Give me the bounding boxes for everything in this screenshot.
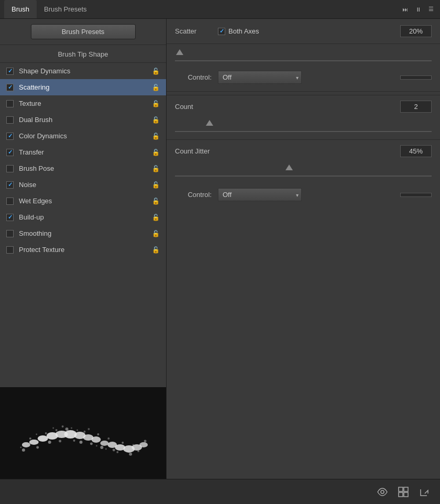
sidebar-items: Shape Dynamics 🔓 Scattering 🔓 Texture 🔓 bbox=[0, 63, 166, 387]
control2-select-wrapper: Off Fade Pen Pressure Pen Tilt Stylus Wh… bbox=[218, 188, 302, 201]
svg-point-29 bbox=[100, 446, 103, 449]
lock-icon-color-dynamics: 🔓 bbox=[152, 133, 160, 140]
label-scattering: Scattering bbox=[19, 83, 152, 91]
checkbox-noise[interactable] bbox=[6, 181, 14, 189]
right-panel: Scatter Both Axes 20% Control: bbox=[167, 19, 440, 479]
fast-forward-icon[interactable]: ⏭ bbox=[400, 5, 410, 14]
checkbox-texture[interactable] bbox=[6, 100, 14, 107]
svg-point-41 bbox=[76, 430, 78, 431]
control1-select[interactable]: Off Fade Pen Pressure Pen Tilt Stylus Wh… bbox=[218, 71, 302, 84]
control1-label: Control: bbox=[175, 73, 212, 81]
checkbox-scattering[interactable] bbox=[6, 84, 14, 91]
svg-point-37 bbox=[36, 433, 37, 435]
control1-row: Control: Off Fade Pen Pressure Pen Tilt … bbox=[167, 67, 440, 88]
sidebar-item-dual-brush[interactable]: Dual Brush 🔓 bbox=[0, 112, 166, 128]
brush-presets-button[interactable]: Brush Presets bbox=[31, 24, 136, 39]
svg-point-31 bbox=[113, 448, 115, 451]
svg-point-25 bbox=[80, 441, 83, 444]
svg-point-18 bbox=[36, 446, 39, 448]
checkbox-color-dynamics[interactable] bbox=[6, 133, 14, 140]
svg-point-39 bbox=[62, 425, 64, 428]
label-brush-pose: Brush Pose bbox=[19, 165, 152, 172]
svg-point-1 bbox=[22, 442, 30, 447]
scatter-slider-track[interactable] bbox=[175, 60, 432, 61]
scatter-label: Scatter bbox=[175, 27, 212, 35]
count-value[interactable]: 2 bbox=[400, 101, 432, 113]
pause-icon[interactable]: ⏸ bbox=[413, 5, 423, 14]
checkbox-buildup[interactable] bbox=[6, 214, 14, 221]
svg-point-21 bbox=[56, 429, 58, 431]
checkbox-dual-brush[interactable] bbox=[6, 116, 14, 124]
count-jitter-value[interactable]: 45% bbox=[400, 145, 432, 157]
svg-point-9 bbox=[91, 436, 101, 443]
sidebar-item-smoothing[interactable]: Smoothing 🔓 bbox=[0, 225, 166, 242]
sidebar-item-color-dynamics[interactable]: Color Dynamics 🔓 bbox=[0, 128, 166, 144]
svg-point-27 bbox=[90, 442, 93, 445]
sidebar-item-texture[interactable]: Texture 🔓 bbox=[0, 95, 166, 112]
lock-icon-scattering: 🔓 bbox=[152, 84, 160, 91]
tab-brush-presets[interactable]: Brush Presets bbox=[37, 0, 94, 18]
brush-preview bbox=[0, 387, 166, 479]
label-transfer: Transfer bbox=[19, 148, 152, 156]
scatter-slider-container bbox=[167, 44, 440, 67]
checkbox-brush-pose[interactable] bbox=[6, 165, 14, 172]
count-jitter-slider-track[interactable] bbox=[175, 176, 432, 177]
scatter-slider-thumb[interactable] bbox=[176, 49, 183, 55]
sidebar-item-transfer[interactable]: Transfer 🔓 bbox=[0, 144, 166, 160]
arrow-icon[interactable] bbox=[417, 485, 432, 499]
count-jitter-slider-thumb[interactable] bbox=[285, 165, 293, 170]
brush-panel: Brush Brush Presets ⏭ ⏸ ☰ Brush Presets … bbox=[0, 0, 440, 504]
sidebar-item-scattering[interactable]: Scattering 🔓 bbox=[0, 79, 166, 95]
sidebar-item-protect-texture[interactable]: Protect Texture 🔓 bbox=[0, 242, 166, 258]
svg-point-38 bbox=[52, 428, 54, 429]
svg-point-22 bbox=[59, 440, 61, 442]
eye-icon[interactable] bbox=[375, 485, 390, 499]
svg-point-10 bbox=[100, 441, 108, 446]
control2-value-box[interactable] bbox=[400, 193, 432, 197]
control1-select-wrapper: Off Fade Pen Pressure Pen Tilt Stylus Wh… bbox=[218, 71, 302, 84]
bottom-toolbar bbox=[0, 479, 440, 504]
svg-rect-49 bbox=[404, 487, 408, 491]
checkbox-protect-texture[interactable] bbox=[6, 246, 14, 254]
svg-point-20 bbox=[48, 441, 51, 444]
label-texture: Texture bbox=[19, 100, 152, 107]
count-slider-thumb[interactable] bbox=[206, 120, 213, 126]
scatter-value[interactable]: 20% bbox=[400, 25, 432, 37]
svg-rect-51 bbox=[404, 492, 408, 497]
brush-preview-svg bbox=[0, 387, 166, 479]
brush-tip-shape-label: Brush Tip Shape bbox=[0, 45, 166, 63]
checkbox-shape-dynamics[interactable] bbox=[6, 68, 14, 75]
checkbox-wet-edges[interactable] bbox=[6, 198, 14, 205]
svg-point-15 bbox=[139, 442, 148, 447]
checkbox-smoothing[interactable] bbox=[6, 230, 14, 237]
lock-icon-wet-edges: 🔓 bbox=[152, 198, 160, 205]
label-protect-texture: Protect Texture bbox=[19, 246, 152, 254]
sidebar-item-noise[interactable]: Noise 🔓 bbox=[0, 177, 166, 193]
count-slider-track[interactable] bbox=[175, 131, 432, 132]
grid-icon[interactable] bbox=[396, 485, 411, 499]
control1-value-box[interactable] bbox=[400, 75, 432, 80]
both-axes-container: Both Axes bbox=[218, 27, 259, 35]
sidebar-item-buildup[interactable]: Build-up 🔓 bbox=[0, 209, 166, 225]
svg-point-16 bbox=[22, 448, 25, 452]
lock-icon-brush-pose: 🔓 bbox=[152, 165, 160, 172]
svg-point-47 bbox=[381, 490, 384, 494]
label-shape-dynamics: Shape Dynamics bbox=[19, 67, 152, 75]
count-jitter-label: Count Jitter bbox=[175, 147, 394, 155]
label-wet-edges: Wet Edges bbox=[19, 197, 152, 205]
sidebar-item-shape-dynamics[interactable]: Shape Dynamics 🔓 bbox=[0, 63, 166, 79]
checkbox-transfer[interactable] bbox=[6, 149, 14, 156]
svg-point-45 bbox=[116, 451, 118, 453]
lock-icon-transfer: 🔓 bbox=[152, 149, 160, 156]
tab-brush[interactable]: Brush bbox=[4, 0, 37, 18]
sidebar-item-brush-pose[interactable]: Brush Pose 🔓 bbox=[0, 160, 166, 177]
lock-icon-shape-dynamics: 🔓 bbox=[152, 68, 160, 75]
label-smoothing: Smoothing bbox=[19, 229, 152, 237]
count-jitter-row: Count Jitter 45% bbox=[167, 139, 440, 162]
sidebar-header: Brush Presets bbox=[0, 19, 166, 45]
control2-select[interactable]: Off Fade Pen Pressure Pen Tilt Stylus Wh… bbox=[218, 188, 302, 201]
spacer bbox=[167, 205, 440, 479]
sidebar-item-wet-edges[interactable]: Wet Edges 🔓 bbox=[0, 193, 166, 209]
menu-icon[interactable]: ☰ bbox=[426, 5, 436, 14]
both-axes-checkbox[interactable] bbox=[218, 28, 225, 35]
